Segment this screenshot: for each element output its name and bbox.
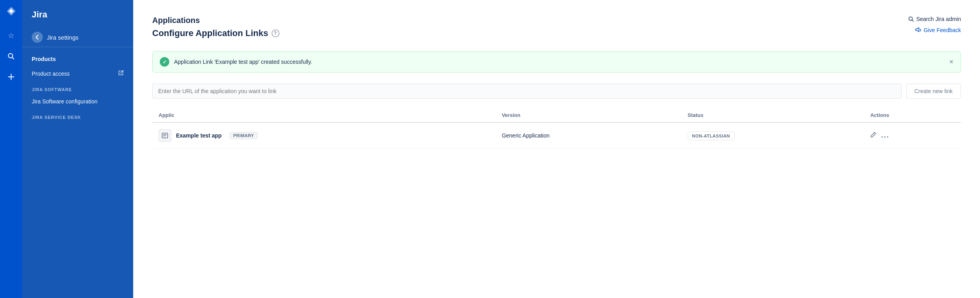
close-banner-button[interactable]: × <box>949 58 953 65</box>
search-icon[interactable] <box>5 50 17 63</box>
table-cell-app-name: Example test app PRIMARY <box>152 122 496 149</box>
sidebar-item-products[interactable]: Products <box>22 52 133 66</box>
primary-badge: PRIMARY <box>230 132 258 139</box>
table-header-status: Status <box>681 108 864 122</box>
page-title: Applications <box>152 16 279 25</box>
edit-icon[interactable] <box>870 132 877 139</box>
svg-point-5 <box>887 136 888 138</box>
sidebar: Jira Jira settings Products Product acce… <box>22 0 133 298</box>
star-icon[interactable]: ☆ <box>5 29 17 42</box>
table-body: Example test app PRIMARY Generic Applica… <box>152 122 961 149</box>
success-message: Application Link 'Example test app' crea… <box>174 59 312 65</box>
svg-point-4 <box>884 136 886 138</box>
table-header: Applic Version Status Actions <box>152 108 961 122</box>
svg-rect-2 <box>162 133 168 138</box>
sidebar-item-jira-software-config[interactable]: Jira Software configuration <box>22 94 133 109</box>
help-icon[interactable]: ? <box>272 29 279 37</box>
table-header-actions: Actions <box>864 108 961 122</box>
give-feedback-button[interactable]: Give Feedback <box>915 27 961 33</box>
jira-service-desk-section-label: Jira Service Desk <box>22 109 133 122</box>
table-row: Example test app PRIMARY Generic Applica… <box>152 122 961 149</box>
jira-software-section-label: Jira Software <box>22 81 133 94</box>
main-header: Applications Configure Application Links… <box>152 16 961 50</box>
plus-icon[interactable] <box>5 71 17 83</box>
back-arrow-icon <box>32 32 43 43</box>
top-actions: Search Jira admin Give Feedback <box>908 16 961 33</box>
external-link-icon <box>118 70 124 77</box>
table-cell-version: Generic Application <box>496 122 681 149</box>
sidebar-item-product-access[interactable]: Product access <box>22 66 133 81</box>
url-input[interactable] <box>152 84 902 99</box>
application-table: Applic Version Status Actions <box>152 108 961 149</box>
svg-point-3 <box>882 136 883 138</box>
table-cell-actions <box>864 122 961 149</box>
main-content: Applications Configure Application Links… <box>133 0 980 298</box>
table-header-version: Version <box>496 108 681 122</box>
app-name-cell: Example test app PRIMARY <box>159 129 489 142</box>
app-icon <box>159 129 171 142</box>
titles-block: Applications Configure Application Links… <box>152 16 279 50</box>
table-cell-status: NON-ATLASSIAN <box>681 122 864 149</box>
success-banner: ✓ Application Link 'Example test app' cr… <box>152 51 961 73</box>
success-check-icon: ✓ <box>160 57 169 67</box>
sidebar-back-label: Jira settings <box>47 34 78 41</box>
app-name-text: Example test app <box>176 132 222 139</box>
url-input-row: Create new link <box>152 84 961 99</box>
search-jira-admin-button[interactable]: Search Jira admin <box>908 16 961 22</box>
page-subtitle: Configure Application Links ? <box>152 28 279 38</box>
success-left: ✓ Application Link 'Example test app' cr… <box>160 57 312 67</box>
nav-rail: ☆ <box>0 0 22 298</box>
actions-cell <box>870 132 955 140</box>
jira-logo[interactable] <box>6 6 16 18</box>
sidebar-back-button[interactable]: Jira settings <box>22 28 133 47</box>
create-link-button[interactable]: Create new link <box>906 84 961 99</box>
more-options-icon[interactable] <box>881 132 888 140</box>
search-icon <box>908 16 914 22</box>
megaphone-icon <box>915 27 921 33</box>
status-badge: NON-ATLASSIAN <box>688 132 735 140</box>
sidebar-app-title: Jira <box>22 10 133 28</box>
table-header-applic: Applic <box>152 108 496 122</box>
